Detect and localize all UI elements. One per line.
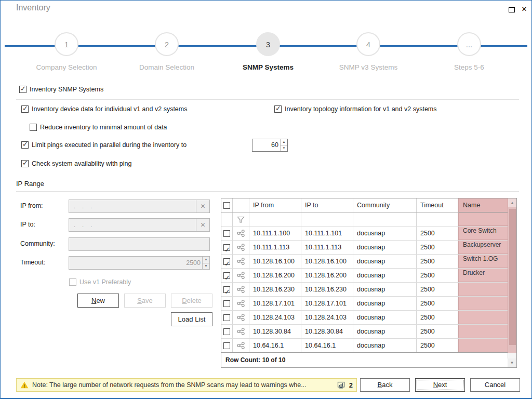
warning-note-text: Note: The large number of network reques…	[32, 381, 334, 389]
messages-chart-icon[interactable]	[337, 381, 345, 389]
filter-icon[interactable]	[233, 213, 249, 226]
row-select-checkbox[interactable]	[223, 272, 230, 279]
community-input[interactable]	[69, 237, 210, 251]
row-select-checkbox[interactable]	[223, 258, 230, 265]
spinner-down-icon[interactable]: ▼	[281, 145, 287, 151]
ping-check-label: Check system availability with ping	[32, 160, 131, 167]
snmp-device-icon	[233, 255, 249, 268]
delete-button[interactable]: Delete	[171, 294, 212, 308]
option-reduce-inventory[interactable]: Reduce inventory to minimal amount of da…	[30, 124, 167, 131]
row-select-checkbox[interactable]	[223, 244, 230, 251]
cell-ip-to: 10.111.1.113	[301, 241, 353, 254]
column-header-community[interactable]: Community	[353, 198, 417, 212]
table-row[interactable]: 10.128.16.23010.128.16.230docusnap2500	[221, 283, 508, 297]
step-circle-2[interactable]: 2	[155, 32, 179, 56]
ip-range-grid: IP from IP to Community Timeout Name 10.…	[221, 198, 517, 368]
use-v1-checkbox[interactable]	[69, 278, 76, 286]
table-row[interactable]: 10.111.1.11310.111.1.113docusnap2500Back…	[221, 241, 508, 255]
option-limit-pings[interactable]: Limit pings executed in parallel during …	[21, 141, 187, 149]
cell-timeout: 2500	[417, 255, 458, 268]
load-list-button[interactable]: Load List	[171, 312, 212, 326]
select-all-header[interactable]	[221, 198, 233, 212]
maximize-button[interactable]	[508, 5, 516, 14]
step-circle-1[interactable]: 1	[55, 32, 78, 56]
option-use-v1[interactable]: Use v1 Preferably	[69, 278, 131, 286]
scroll-up-icon[interactable]: ▲	[508, 198, 516, 207]
ip-from-input[interactable]: . . . ✕	[69, 200, 210, 213]
table-row[interactable]: 10.64.16.110.64.16.1docusnap2500	[221, 339, 508, 353]
row-select-checkbox[interactable]	[223, 230, 230, 237]
spinner-up-icon[interactable]: ▲	[203, 257, 209, 263]
column-header-name[interactable]: Name	[458, 198, 508, 212]
cell-timeout: 2500	[417, 283, 458, 296]
table-row[interactable]: 10.128.30.8410.128.30.84docusnap2500	[221, 325, 508, 339]
next-button[interactable]: Next	[415, 378, 465, 392]
cell-ip-from: 10.128.30.84	[249, 325, 301, 338]
select-all-checkbox[interactable]	[223, 202, 230, 209]
limit-pings-label: Limit pings executed in parallel during …	[32, 141, 187, 149]
clear-icon[interactable]: ✕	[196, 200, 209, 212]
cell-community: docusnap	[353, 283, 417, 296]
reduce-inventory-checkbox[interactable]	[30, 124, 37, 131]
row-select-checkbox[interactable]	[223, 342, 230, 349]
ping-limit-value[interactable]: 60	[252, 139, 280, 151]
ping-check-checkbox[interactable]	[21, 160, 29, 167]
row-select-checkbox[interactable]	[223, 286, 230, 293]
ip-from-label: IP from:	[20, 202, 43, 209]
inventory-snmp-checkbox[interactable]	[19, 86, 26, 93]
scroll-down-icon[interactable]: ▼	[508, 358, 516, 367]
back-button[interactable]: Back	[360, 378, 410, 392]
scrollbar-thumb[interactable]	[509, 209, 516, 345]
table-row[interactable]: 10.128.16.10010.128.16.100docusnap2500Sw…	[221, 255, 508, 269]
table-row[interactable]: 10.128.17.10110.128.17.101docusnap2500	[221, 297, 508, 311]
cell-ip-from: 10.128.17.101	[249, 297, 301, 310]
close-button[interactable]: ✕	[520, 5, 528, 14]
column-header-timeout[interactable]: Timeout	[417, 198, 458, 212]
cell-name: Switch 1.OG	[458, 255, 508, 268]
cell-ip-to: 10.64.16.1	[301, 339, 353, 352]
row-select-checkbox[interactable]	[223, 300, 230, 307]
icon-column-header[interactable]	[233, 198, 249, 212]
save-button[interactable]: Save	[124, 294, 166, 308]
ip-to-input[interactable]: . . . ✕	[69, 218, 210, 232]
new-button[interactable]: New	[77, 294, 119, 308]
cell-community: docusnap	[353, 255, 417, 268]
spinner-up-icon[interactable]: ▲	[281, 139, 287, 145]
clear-icon[interactable]: ✕	[196, 219, 209, 231]
ip-range-section-title: IP Range	[16, 180, 44, 188]
column-header-ip-to[interactable]: IP to	[301, 198, 353, 212]
cell-ip-to: 10.111.1.101	[301, 227, 353, 240]
cancel-button[interactable]: Cancel	[470, 378, 520, 392]
close-icon: ✕	[522, 5, 527, 13]
row-select-checkbox[interactable]	[223, 314, 230, 321]
table-row[interactable]: 10.111.1.10010.111.1.101docusnap2500Core…	[221, 227, 508, 241]
option-inventory-snmp[interactable]: Inventory SNMP Systems	[19, 86, 103, 93]
scrollbar-track[interactable]	[508, 207, 516, 353]
column-header-ip-from[interactable]: IP from	[249, 198, 301, 212]
timeout-input[interactable]: 2500 ▲ ▼	[69, 256, 210, 270]
table-row[interactable]: 10.128.16.20010.128.16.200docusnap2500Dr…	[221, 269, 508, 283]
step-circle-3[interactable]: 3	[256, 32, 280, 56]
option-device-data[interactable]: Inventory device data for individual v1 …	[21, 105, 187, 113]
grid-filter-row[interactable]	[221, 213, 508, 227]
device-data-checkbox[interactable]	[21, 105, 29, 113]
cell-ip-to: 10.128.30.84	[301, 325, 353, 338]
limit-pings-checkbox[interactable]	[21, 141, 29, 149]
option-topology[interactable]: Inventory topology information for v1 an…	[274, 105, 437, 113]
table-row[interactable]: 10.128.24.10310.128.24.103docusnap2500	[221, 311, 508, 325]
vertical-scrollbar[interactable]: ▲ ▼	[508, 198, 516, 367]
topology-checkbox[interactable]	[274, 105, 282, 113]
step-circle-4[interactable]: 4	[356, 32, 380, 56]
row-select-checkbox[interactable]	[223, 328, 230, 335]
snmp-device-icon	[233, 241, 249, 254]
ip-from-placeholder: . . .	[69, 203, 196, 209]
cell-name: Drucker	[458, 269, 508, 282]
option-ping-check[interactable]: Check system availability with ping	[21, 160, 131, 167]
snmp-device-icon	[233, 339, 249, 352]
step-circle-...[interactable]: ...	[457, 32, 481, 56]
cell-ip-from: 10.128.16.100	[249, 255, 301, 268]
ping-limit-spinner[interactable]: 60 ▲ ▼	[252, 139, 288, 152]
warning-icon: !	[20, 381, 29, 389]
snmp-device-icon	[233, 283, 249, 296]
spinner-down-icon[interactable]: ▼	[203, 263, 209, 270]
